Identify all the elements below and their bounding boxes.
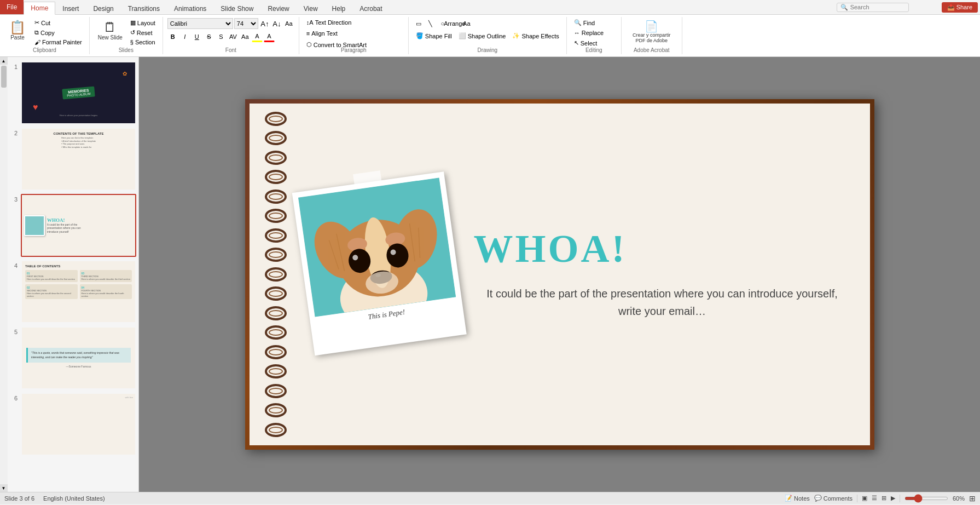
font-size-aa-button[interactable]: Aa: [240, 31, 251, 42]
shape-fill-button[interactable]: 🪣 Shape Fill: [413, 31, 455, 41]
spiral-binding: [259, 104, 292, 445]
drawing-group: ▭ ╲ ○ Arrange Aa 🪣 Shape Fill: [409, 17, 567, 54]
paste-icon: 📋: [9, 21, 26, 34]
slide-body-text[interactable]: It could be the part of the presentation…: [474, 285, 851, 320]
align-text-icon: ≡: [306, 30, 310, 37]
zoom-level: 60%: [953, 495, 965, 502]
zoom-slider[interactable]: [904, 497, 948, 500]
format-painter-button[interactable]: 🖌 Format Painter: [32, 38, 85, 47]
acrobat-label: Adobe Acrobat: [622, 47, 682, 53]
tab-home[interactable]: Home: [24, 2, 55, 15]
notes-icon: 📝: [785, 495, 792, 502]
spiral-ring: [265, 364, 287, 378]
slide-thumb-3[interactable]: 3 WHOA! It could be the part of theprese…: [10, 194, 136, 257]
tab-slideshow[interactable]: Slide Show: [213, 2, 260, 15]
reset-button[interactable]: ↺ Reset: [127, 28, 158, 37]
view-outline-button[interactable]: ☰: [872, 495, 877, 502]
search-input[interactable]: [850, 4, 905, 10]
slides-group: 🗒 New Slide ▦ Layout ↺ Reset § Section: [90, 17, 163, 54]
spiral-ring: [265, 403, 287, 417]
font-increase-button[interactable]: A↑: [259, 18, 270, 29]
underline-button[interactable]: U: [192, 31, 202, 42]
status-bar: Slide 3 of 6 English (United States) 📝 N…: [0, 492, 980, 504]
slide-thumb-5[interactable]: 5 "This is a quote, words that someone s…: [10, 326, 136, 389]
scroll-down-arrow[interactable]: ▼: [0, 484, 8, 492]
file-tab[interactable]: File: [0, 0, 24, 14]
find-button[interactable]: 🔍 Find: [571, 18, 598, 27]
view-reading-button[interactable]: ▶: [891, 495, 895, 502]
shape-effects-button[interactable]: ✨ Shape Effects: [509, 31, 561, 41]
view-slide-sorter-button[interactable]: ⊞: [882, 495, 886, 502]
reset-icon: ↺: [130, 29, 135, 36]
clear-format-button[interactable]: Aa: [283, 18, 294, 29]
scroll-thumb[interactable]: [1, 66, 7, 88]
quick-styles-button[interactable]: Aa: [461, 18, 472, 29]
comments-icon: 💬: [814, 495, 822, 502]
search-icon: 🔍: [840, 4, 848, 11]
spiral-ring: [265, 209, 287, 223]
tab-design[interactable]: Design: [86, 2, 120, 15]
scroll-up-arrow[interactable]: ▲: [0, 57, 8, 65]
comments-button[interactable]: 💬 Comments: [814, 495, 853, 502]
copy-icon: ⧉: [34, 29, 39, 36]
slide-heading[interactable]: WHOA!: [474, 229, 851, 268]
text-shadow-button[interactable]: S: [216, 31, 227, 42]
shape-outline-button[interactable]: ⬜ Shape Outline: [456, 31, 509, 41]
shape-rect-button[interactable]: ▭: [413, 18, 424, 29]
slide-panel: 1 MEMORIES PHOTO ALBUM Here is where you…: [8, 57, 139, 492]
highlight-button[interactable]: A: [252, 31, 263, 42]
char-spacing-button[interactable]: AV: [228, 31, 239, 42]
paragraph-label: Paragraph: [299, 47, 408, 53]
slide-thumb-6[interactable]: 6 with line: [10, 393, 136, 456]
shape-line-button[interactable]: ╲: [425, 18, 436, 29]
pdf-icon: 📄: [645, 21, 658, 32]
search-box: 🔍: [837, 3, 909, 12]
separator: [857, 495, 857, 502]
layout-button[interactable]: ▦ Layout: [127, 18, 158, 27]
paste-button[interactable]: 📋 Paste: [4, 18, 31, 43]
spiral-ring: [265, 423, 287, 437]
font-size-select[interactable]: 74: [234, 18, 258, 29]
polaroid-photo[interactable]: This is Pepe!: [292, 171, 469, 377]
tab-transitions[interactable]: Transitions: [121, 2, 167, 15]
tab-help[interactable]: Help: [325, 2, 353, 15]
italic-button[interactable]: I: [179, 31, 190, 42]
select-button[interactable]: ↖ Select: [571, 38, 600, 48]
slide-panel-scrollbar[interactable]: ▲ ▼: [0, 57, 8, 492]
view-normal-button[interactable]: ▣: [862, 495, 867, 502]
slide-thumb-4[interactable]: 4 TABLE OF CONTENTS 01 FIRST SECTIONHere…: [10, 260, 136, 323]
spiral-ring: [265, 170, 287, 184]
text-direction-icon: ↕A: [306, 19, 314, 26]
notes-button[interactable]: 📝 Notes: [785, 495, 810, 502]
spiral-ring: [265, 306, 287, 320]
arrange-button[interactable]: Arrange: [449, 18, 460, 29]
fit-slide-button[interactable]: ⊞: [969, 494, 976, 503]
align-text-button[interactable]: ≡ Align Text: [304, 29, 340, 38]
current-slide[interactable]: This is Pepe! WHOA! It could be the part…: [245, 99, 874, 450]
font-name-select[interactable]: Calibri: [167, 18, 233, 29]
create-pdf-button[interactable]: 📄 Crear y compartir PDF de Adobe: [626, 18, 677, 46]
tab-review[interactable]: Review: [260, 2, 296, 15]
text-direction-button[interactable]: ↕A Text Direction: [304, 18, 354, 27]
strikethrough-button[interactable]: S: [204, 31, 214, 42]
find-icon: 🔍: [574, 19, 582, 26]
font-color-button[interactable]: A: [264, 31, 275, 42]
slide-text-content: WHOA! It could be the part of the presen…: [474, 229, 851, 320]
font-decrease-button[interactable]: A↓: [271, 18, 282, 29]
replace-button[interactable]: ↔ Replace: [571, 28, 606, 37]
section-button[interactable]: § Section: [127, 38, 158, 47]
tab-acrobat[interactable]: Acrobat: [352, 2, 389, 15]
new-slide-button[interactable]: 🗒 New Slide: [94, 18, 126, 43]
copy-button[interactable]: ⧉ Copy: [32, 28, 85, 37]
share-button[interactable]: 📤 Share: [942, 2, 978, 13]
spiral-ring: [265, 325, 287, 340]
tab-insert[interactable]: Insert: [55, 2, 86, 15]
scroll-track[interactable]: [0, 65, 8, 484]
slide-thumb-2[interactable]: 2 CONTENTS OF THIS TEMPLATE Here you can…: [10, 128, 136, 191]
bold-button[interactable]: B: [167, 31, 178, 42]
tab-view[interactable]: View: [297, 2, 325, 15]
tab-animations[interactable]: Animations: [167, 2, 213, 15]
cut-button[interactable]: ✂ Cut: [32, 18, 85, 27]
polaroid-frame: This is Pepe!: [292, 171, 466, 355]
slide-thumb-1[interactable]: 1 MEMORIES PHOTO ALBUM Here is where you…: [10, 61, 136, 124]
